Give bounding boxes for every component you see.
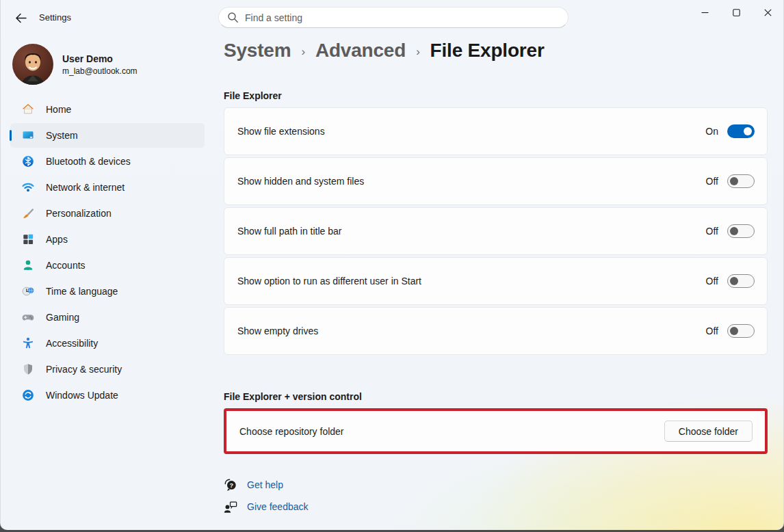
- setting-row-show-hidden-files: Show hidden and system files Off: [224, 157, 768, 205]
- windows-update-icon: [21, 388, 35, 402]
- close-icon: [764, 9, 772, 16]
- feedback-icon: [224, 500, 237, 514]
- setting-label: Show empty drives: [237, 325, 706, 336]
- wifi-icon: [21, 181, 35, 194]
- user-profile[interactable]: User Demo m_lab@outlook.com: [12, 44, 138, 85]
- choose-folder-button[interactable]: Choose folder: [664, 421, 753, 442]
- sidebar-item-label: System: [46, 130, 78, 141]
- sidebar-item-bluetooth-devices[interactable]: Bluetooth & devices: [10, 149, 205, 174]
- settings-window: Settings: [0, 0, 784, 530]
- sidebar-item-label: Home: [46, 104, 71, 115]
- window-controls: [689, 0, 783, 25]
- chevron-right-icon: ›: [301, 45, 304, 59]
- search-box[interactable]: [218, 7, 569, 28]
- sidebar-item-label: Accounts: [46, 260, 86, 271]
- user-info: User Demo m_lab@outlook.com: [62, 53, 138, 76]
- sidebar-item-label: Windows Update: [46, 390, 118, 401]
- sidebar-item-gaming[interactable]: Gaming: [10, 305, 205, 330]
- setting-label: Show file extensions: [237, 126, 705, 137]
- setting-label: Show option to run as different user in …: [237, 276, 706, 287]
- setting-row-show-empty-drives: Show empty drives Off: [224, 307, 768, 355]
- chevron-right-icon: ›: [416, 45, 419, 59]
- app-title: Settings: [39, 12, 71, 23]
- setting-label: Show hidden and system files: [237, 176, 706, 187]
- give-feedback-link[interactable]: Give feedback: [224, 500, 309, 514]
- apps-icon: [21, 232, 35, 246]
- toggle-show-empty-drives[interactable]: [727, 324, 755, 338]
- setting-row-choose-repository-folder: Choose repository folder Choose folder: [226, 411, 765, 451]
- sidebar-item-label: Network & internet: [46, 182, 125, 193]
- sidebar-item-privacy-security[interactable]: Privacy & security: [10, 357, 205, 382]
- toggle-state-label: Off: [706, 226, 718, 237]
- system-icon: [21, 129, 35, 142]
- time-language-icon: [21, 284, 35, 298]
- setting-row-run-as-different-user: Show option to run as different user in …: [224, 257, 768, 305]
- sidebar-item-accessibility[interactable]: Accessibility: [10, 331, 205, 356]
- setting-row-show-file-extensions: Show file extensions On: [224, 107, 768, 155]
- get-help-link[interactable]: ? Get help: [224, 478, 283, 492]
- minimize-icon: [701, 9, 709, 16]
- back-arrow-icon: [15, 13, 27, 23]
- sidebar-item-label: Bluetooth & devices: [46, 156, 131, 167]
- toggle-show-hidden-files[interactable]: [727, 174, 755, 188]
- toggle-state-label: Off: [706, 325, 718, 336]
- sidebar-item-label: Accessibility: [46, 338, 98, 349]
- sidebar-nav: Home System Bluetooth & devices Network …: [1, 96, 214, 409]
- sidebar-item-label: Gaming: [46, 312, 79, 323]
- breadcrumb-advanced[interactable]: Advanced: [315, 40, 406, 62]
- avatar: [12, 44, 53, 85]
- toggle-state-label: On: [705, 126, 718, 137]
- maximize-icon: [733, 9, 740, 16]
- annotation-highlight: Choose repository folder Choose folder: [224, 408, 768, 454]
- shield-icon: [21, 362, 35, 376]
- section-title-version-control: File Explorer + version control: [224, 391, 768, 402]
- maximize-button[interactable]: [720, 0, 752, 25]
- bluetooth-icon: [21, 155, 35, 168]
- setting-label: Show full path in title bar: [237, 226, 706, 237]
- footer-links: ? Get help Give feedback: [224, 478, 768, 514]
- setting-row-show-full-path: Show full path in title bar Off: [224, 207, 768, 255]
- breadcrumb-system[interactable]: System: [224, 40, 291, 62]
- user-email: m_lab@outlook.com: [62, 66, 138, 76]
- sidebar-item-time-language[interactable]: Time & language: [10, 279, 205, 304]
- sidebar-item-system[interactable]: System: [10, 123, 205, 148]
- toggle-state-label: Off: [706, 276, 718, 287]
- sidebar-item-label: Privacy & security: [46, 364, 122, 375]
- close-button[interactable]: [752, 0, 783, 25]
- toggle-show-file-extensions[interactable]: [727, 124, 755, 138]
- toggle-knob: [730, 327, 738, 335]
- user-name: User Demo: [62, 53, 138, 64]
- sidebar-item-apps[interactable]: Apps: [10, 227, 205, 252]
- toggle-show-full-path[interactable]: [727, 224, 755, 238]
- sidebar-item-windows-update[interactable]: Windows Update: [10, 383, 205, 408]
- breadcrumb: System › Advanced › File Explorer: [224, 40, 768, 62]
- page-title: File Explorer: [430, 40, 545, 62]
- sidebar-item-accounts[interactable]: Accounts: [10, 253, 205, 278]
- gaming-icon: [21, 310, 35, 324]
- main-content: System › Advanced › File Explorer File E…: [224, 36, 768, 514]
- give-feedback-label: Give feedback: [247, 501, 309, 512]
- section-title-file-explorer: File Explorer: [224, 90, 768, 101]
- paintbrush-icon: [21, 207, 35, 220]
- toggle-knob: [744, 127, 752, 135]
- sidebar-item-home[interactable]: Home: [10, 97, 205, 122]
- home-icon: [21, 103, 35, 116]
- get-help-label: Get help: [247, 479, 283, 490]
- setting-label: Choose repository folder: [239, 426, 664, 437]
- sidebar-item-personalization[interactable]: Personalization: [10, 201, 205, 226]
- search-input[interactable]: [245, 12, 560, 23]
- search-icon: [227, 12, 239, 23]
- toggle-knob: [730, 227, 738, 235]
- back-button[interactable]: [10, 9, 31, 27]
- help-icon: ?: [224, 478, 237, 492]
- sidebar-item-label: Personalization: [46, 208, 112, 219]
- toggle-state-label: Off: [706, 176, 718, 187]
- sidebar-item-label: Time & language: [46, 286, 118, 297]
- accessibility-icon: [21, 336, 35, 350]
- accounts-icon: [21, 258, 35, 272]
- toggle-run-as-different-user[interactable]: [727, 274, 755, 288]
- sidebar-item-network-internet[interactable]: Network & internet: [10, 175, 205, 200]
- toggle-knob: [730, 277, 738, 285]
- svg-text:?: ?: [230, 482, 234, 489]
- minimize-button[interactable]: [689, 0, 720, 25]
